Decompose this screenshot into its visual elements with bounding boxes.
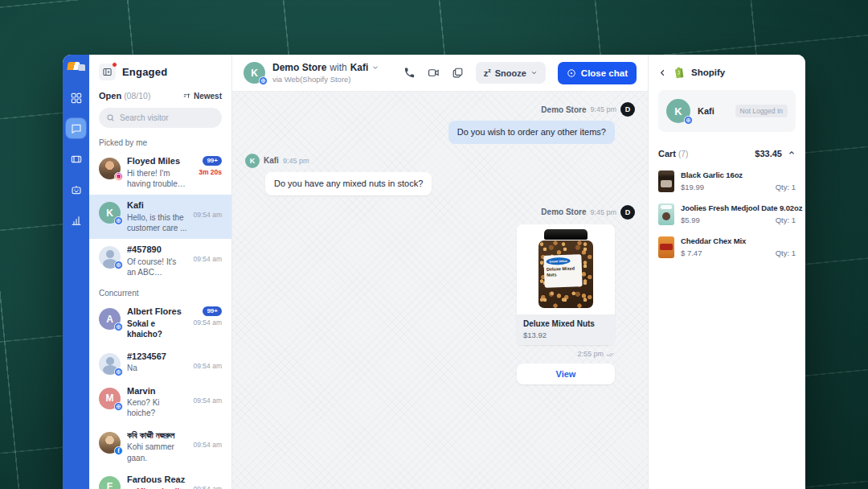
video-call-icon[interactable] xyxy=(428,67,440,79)
web-globe-icon xyxy=(684,116,693,125)
grid-dashboard-icon[interactable] xyxy=(66,88,86,108)
cart-item[interactable]: Joolies Fresh Medjool Date 9.02oz $5.99 … xyxy=(658,203,796,225)
cart-count: (7) xyxy=(678,150,688,158)
message-time: 09:54 am xyxy=(194,397,222,405)
end-chat-icon xyxy=(567,68,576,78)
cart-label[interactable]: Cart xyxy=(658,149,676,158)
list-title: Engaged xyxy=(122,66,167,78)
message-bubble: Do you have any mixed nuts in stock? xyxy=(265,172,432,195)
app-logo-icon[interactable] xyxy=(68,60,85,75)
ticket-icon[interactable] xyxy=(66,149,86,169)
brand-label: Great Value xyxy=(546,257,570,265)
message-time: 09:54 am xyxy=(194,441,222,449)
message-bubble: Do you wish to order any other items? xyxy=(448,121,615,144)
missed-call-label: Missed call xyxy=(127,487,187,489)
conversation-item[interactable]: A Albert Flores Sokal e khaicho? 99+ 09:… xyxy=(89,301,231,345)
back-chevron-icon[interactable] xyxy=(658,68,667,77)
conversation-item[interactable]: f কবি কাজী নজরুল Kohi sammer gaan. 09:54… xyxy=(89,425,231,469)
open-filter[interactable]: Open(08/10) xyxy=(99,91,150,101)
message-time: 09:54 am xyxy=(194,255,222,263)
chat-header: K Demo Store with Kafi via Web(Shopify S… xyxy=(232,55,648,92)
cart-item-list: Black Garlic 16oz $19.99 Qty: 1 Joolies … xyxy=(658,171,796,269)
customer-name: Kafi xyxy=(698,106,728,116)
sender-name: Demo Store xyxy=(541,105,586,114)
panel-collapse-icon[interactable] xyxy=(99,64,116,80)
message-time: 09:54 am xyxy=(194,318,222,327)
web-globe-icon xyxy=(114,402,123,411)
visitor-name: Kafi xyxy=(350,62,369,73)
web-globe-icon xyxy=(114,261,123,269)
sent-time: 2:55 pm xyxy=(577,350,604,358)
conversation-item[interactable]: #457890 Of course! It's an ABC Electroni… xyxy=(89,239,231,283)
web-globe-icon xyxy=(114,323,123,331)
search-visitor-box[interactable] xyxy=(99,108,222,128)
visitor-message: K Kafi 9:45 pm Do you have any mixed nut… xyxy=(245,154,635,195)
close-chat-button[interactable]: Close chat xyxy=(558,62,637,84)
notification-dot xyxy=(112,62,117,68)
customer-card: K Kafi Not Logged In xyxy=(658,90,796,132)
conversation-item[interactable]: #1234567 Na 09:54 am xyxy=(89,346,231,380)
cart-item[interactable]: Black Garlic 16oz $19.99 Qty: 1 xyxy=(658,171,796,192)
double-check-icon xyxy=(606,350,615,359)
unread-badge: 99+ xyxy=(203,156,222,166)
live-chat-app-window: Engaged Open(08/10) Newest Picked by me … xyxy=(63,55,805,489)
avatar: F xyxy=(99,476,121,489)
conversation-item[interactable]: M Marvin Keno? Ki hoiche? 09:54 am xyxy=(89,380,231,425)
conversation-list-panel: Engaged Open(08/10) Newest Picked by me … xyxy=(89,55,232,489)
sender-name: Demo Store xyxy=(541,208,586,216)
shopify-side-panel: Shopify K Kafi Not Logged In Cart (7) $3… xyxy=(648,55,805,489)
product-card[interactable]: Great Value Deluxe Mixed Nuts Deluxe Mix… xyxy=(517,224,615,345)
visitor-avatar: K xyxy=(245,154,260,168)
web-globe-icon xyxy=(114,216,123,225)
message-time: 9:45 pm xyxy=(590,105,616,113)
agent-avatar: D xyxy=(620,102,635,117)
chevron-down-icon[interactable] xyxy=(371,64,379,72)
product-name: Deluxe Mixed Nuts xyxy=(523,319,608,328)
section-picked-by-me: Picked by me xyxy=(89,133,231,150)
phone-call-icon[interactable] xyxy=(403,67,416,79)
side-panel-title: Shopify xyxy=(691,68,725,77)
message-time: 09:54 am xyxy=(194,211,222,219)
shopify-bag-icon xyxy=(673,66,686,79)
section-concurrent: Concurrent xyxy=(89,283,231,301)
delivery-status: 2:55 pm xyxy=(577,350,615,359)
message-time: 09:54 am xyxy=(194,362,222,370)
open-count: (08/10) xyxy=(124,91,150,101)
message-time: 9:45 pm xyxy=(590,208,616,216)
instagram-icon xyxy=(114,172,123,181)
conversation-item[interactable]: F Fardous Reaz Missed call 09:54 am xyxy=(89,469,231,489)
waiting-time: 3m 20s xyxy=(199,168,222,176)
conversation-item-selected[interactable]: K Kafi Hello, is this the customer care … xyxy=(89,195,231,239)
agent-avatar: D xyxy=(620,205,635,220)
unread-badge: 99+ xyxy=(203,306,222,316)
message-list: Demo Store 9:45 pm D Do you wish to orde… xyxy=(232,92,648,489)
co-browse-windows-icon[interactable] xyxy=(452,67,464,79)
sort-icon xyxy=(182,92,191,101)
jar-body: Great Value Deluxe Mixed Nuts xyxy=(538,240,593,308)
product-thumbnail xyxy=(658,203,674,225)
chat-channel-subtitle: via Web(Shopify Store) xyxy=(272,75,379,84)
inbox-chat-icon[interactable] xyxy=(66,118,86,138)
search-icon xyxy=(106,113,115,122)
conversation-scroll-area[interactable]: Picked by me Floyed Miles Hi there! I'm … xyxy=(89,133,231,489)
product-price: $13.92 xyxy=(523,331,608,339)
chat-panel: K Demo Store with Kafi via Web(Shopify S… xyxy=(232,55,648,489)
cart-total: $33.45 xyxy=(755,149,782,158)
snooze-button[interactable]: zz Snooze xyxy=(476,62,546,84)
chat-title: Demo Store with Kafi xyxy=(272,62,379,73)
chatbot-icon[interactable] xyxy=(66,179,86,199)
conversation-item[interactable]: Floyed Miles Hi there! I'm having troubl… xyxy=(89,150,231,195)
sort-newest[interactable]: Newest xyxy=(182,92,222,101)
store-name: Demo Store xyxy=(272,62,326,73)
login-status-badge: Not Logged In xyxy=(735,105,788,117)
search-input[interactable] xyxy=(120,113,215,122)
nav-rail xyxy=(63,55,89,489)
chevron-up-icon[interactable] xyxy=(788,146,796,160)
product-image: Great Value Deluxe Mixed Nuts xyxy=(517,224,615,314)
chevron-down-icon xyxy=(530,69,538,76)
product-thumbnail xyxy=(658,236,674,258)
cart-item[interactable]: Cheddar Chex Mix $ 7.47 Qty: 1 xyxy=(658,236,796,258)
sender-name: Kafi xyxy=(264,156,279,165)
analytics-icon[interactable] xyxy=(66,210,86,230)
view-product-button[interactable]: View xyxy=(517,364,615,384)
